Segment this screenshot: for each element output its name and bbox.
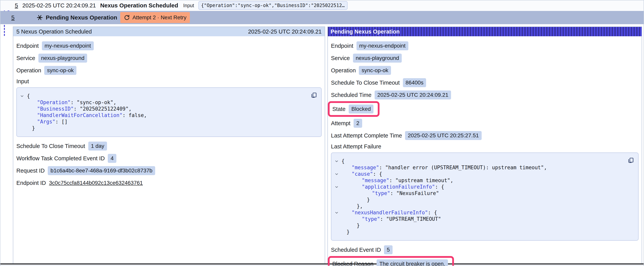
chevron-down-icon[interactable] [20, 93, 27, 99]
field-value-badge: 86400s [403, 78, 426, 87]
field-label: Last Attempt Complete Time [331, 132, 402, 139]
code-line: "message": "handler error (UPSTREAM_TIME… [334, 164, 624, 171]
code-line: { [20, 93, 308, 99]
code-gutter [334, 177, 342, 184]
event-timestamp: 2025-02-25 UTC 20:24:09.21 [22, 2, 96, 9]
field-label: Workflow Task Completed Event ID [16, 155, 105, 162]
code-gutter [334, 190, 342, 197]
event-title: Nexus Operation Scheduled [100, 2, 178, 9]
field-endpoint: Endpoint my-nexus-endpoint [331, 41, 638, 50]
code-line: } [334, 222, 624, 229]
field-last-attempt-complete-time: Last Attempt Complete Time 2025-02-25 UT… [331, 131, 638, 140]
field-label: Operation [16, 67, 41, 74]
pending-operation-header-title: Pending Nexus Operation [330, 29, 400, 35]
event-history-detail-view: 5 2025-02-25 UTC 20:24:09.21 Nexus Opera… [0, 0, 644, 266]
code-line: "HandlerWaitForCancellation": false, [20, 112, 308, 119]
field-blocked-reason: Blocked Reason The circuit breaker is op… [332, 259, 448, 266]
copy-icon[interactable] [627, 156, 635, 164]
event-row-scheduled[interactable]: 5 2025-02-25 UTC 20:24:09.21 Nexus Opera… [0, 1, 644, 11]
code-gutter [20, 99, 27, 106]
blocked-reason-value-badge: The circuit breaker is open. [376, 259, 448, 266]
field-service: Service nexus-playground [16, 54, 322, 63]
field-attempt: Attempt 2 [331, 119, 638, 128]
event-detail-header-title: 5 Nexus Operation Scheduled [16, 29, 92, 35]
field-value-badge: 1 day [88, 142, 107, 151]
state-highlight-annotation: State Blocked [328, 101, 380, 117]
code-line: "type": "NexusFailure" [334, 190, 624, 197]
field-schedule-to-close-timeout: Schedule To Close Timeout 1 day [16, 142, 322, 151]
code-gutter [20, 106, 27, 112]
field-request-id: Request ID b1c6a4bc-8ee7-468a-9169-df3b0… [16, 166, 322, 175]
field-label: Schedule To Close Timeout [16, 143, 85, 149]
code-line: "Args": [] [20, 119, 308, 125]
code-line: "message": "upstream timeout", [334, 177, 624, 184]
field-scheduled-time: Scheduled Time 2025-02-25 UTC 20:24:09.2… [331, 91, 638, 99]
blocked-reason-highlight-annotation: Blocked Reason The circuit breaker is op… [328, 256, 454, 266]
field-value-badge: sync-op-ok [359, 66, 391, 75]
event-detail-header-timestamp: 2025-02-25 UTC 20:24:09.21 [248, 29, 322, 35]
code-line: "cause": { [334, 171, 624, 177]
pending-operation-row[interactable]: 5 Pending Nexus Operation Attempt 2 · Ne… [0, 11, 644, 24]
field-label: Attempt [331, 120, 350, 127]
pending-title: Pending Nexus Operation [46, 14, 117, 21]
state-value-badge: Blocked [349, 105, 374, 114]
event-input-preview: {"Operation":"sync-op-ok","BusinessID":"… [198, 1, 348, 10]
event-detail-body: Endpoint my-nexus-endpoint Service nexus… [13, 36, 325, 187]
code-line: } [334, 229, 624, 235]
retry-badge-label: Attempt 2 · Next Retry [132, 15, 186, 21]
field-label: Endpoint [16, 43, 39, 49]
field-state: State Blocked [332, 105, 374, 114]
field-endpoint-id: Endpoint ID 3c0c75ccfa8144b092c13ce63246… [16, 178, 322, 187]
code-gutter [334, 216, 342, 222]
bottom-divider-line [0, 263, 644, 264]
field-value-badge: b1c6a4bc-8ee7-468a-9169-df3b02c8737b [48, 166, 155, 175]
last-attempt-failure-label: Last Attempt Failure [331, 143, 638, 150]
code-line: "applicationFailureInfo": { [334, 184, 624, 190]
field-label: Scheduled Event ID [331, 247, 381, 253]
code-gutter [334, 222, 342, 229]
code-line: } [334, 197, 624, 203]
code-gutter [334, 229, 342, 235]
field-value-badge: 5 [384, 245, 392, 254]
field-value-badge: sync-op-ok [44, 66, 76, 75]
field-label: Endpoint ID [16, 180, 46, 186]
field-value-badge: my-nexus-endpoint [42, 41, 94, 50]
field-value-badge: 2025-02-25 UTC 20:25:27.51 [405, 131, 482, 140]
input-section-label: Input [16, 78, 322, 85]
field-value-badge: 4 [108, 154, 116, 163]
retry-attempt-badge: Attempt 2 · Next Retry [120, 12, 190, 23]
copy-icon[interactable] [310, 91, 318, 99]
chevron-down-icon[interactable] [334, 209, 342, 216]
field-value-badge: my-nexus-endpoint [356, 41, 408, 50]
field-label: Service [16, 55, 35, 61]
asterisk-icon [36, 14, 43, 21]
failure-json-viewer: {"message": "handler error (UPSTREAM_TIM… [331, 152, 638, 241]
code-gutter [20, 125, 27, 131]
event-id-link[interactable]: 5 [15, 2, 18, 9]
chevron-down-icon[interactable] [334, 184, 342, 190]
code-gutter [20, 119, 27, 125]
pending-event-id-link[interactable]: 5 [11, 14, 14, 21]
code-line: "BusinessID": "20250225122409", [20, 106, 308, 112]
field-scheduled-event-id: Scheduled Event ID 5 [331, 245, 638, 254]
code-gutter [334, 197, 342, 203]
code-line: "Operation": "sync-op-ok", [20, 99, 308, 106]
field-value-badge: nexus-playground [38, 54, 87, 63]
chevron-down-icon[interactable] [334, 158, 342, 164]
field-label: Schedule To Close Timeout [331, 80, 400, 86]
code-line: { [334, 158, 624, 164]
event-detail-panel: 5 Nexus Operation Scheduled 2025-02-25 U… [13, 27, 325, 264]
retry-icon [124, 15, 130, 21]
field-operation: Operation sync-op-ok [331, 66, 638, 75]
field-workflow-task-completed-event-id: Workflow Task Completed Event ID 4 [16, 154, 322, 163]
field-label: Service [331, 55, 350, 61]
field-schedule-to-close-timeout: Schedule To Close Timeout 86400s [331, 78, 638, 87]
pending-operation-panel: Pending Nexus Operation Endpoint my-nexu… [328, 27, 642, 264]
field-label: Scheduled Time [331, 92, 372, 98]
field-label: Endpoint [331, 43, 354, 49]
chevron-down-icon[interactable] [334, 171, 342, 177]
event-detail-header: 5 Nexus Operation Scheduled 2025-02-25 U… [13, 27, 325, 36]
code-line: }, [334, 203, 624, 209]
endpoint-id-link[interactable]: 3c0c75ccfa8144b092c13ce632463761 [49, 180, 143, 186]
code-line: "type": "UPSTREAM_TIMEOUT" [334, 216, 624, 222]
